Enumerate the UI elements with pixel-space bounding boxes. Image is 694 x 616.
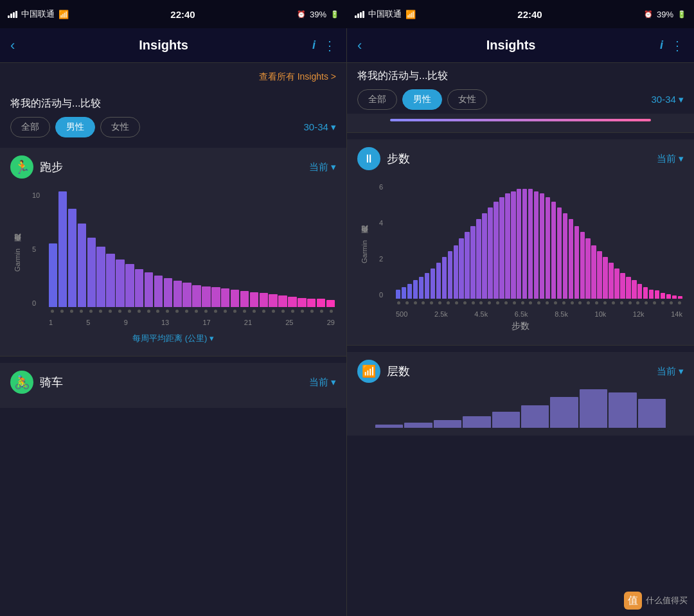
more-button-left[interactable]: ⋮	[323, 38, 336, 53]
status-bar-left: 中国联通 📶 22:40 ⏰ 39% 🔋	[0, 0, 347, 28]
steps-bar	[402, 287, 406, 299]
steps-bar	[499, 197, 504, 299]
run-bar	[250, 292, 258, 307]
run-bar	[240, 291, 249, 307]
run-x-title[interactable]: 每周平均距离 (公里) ▾	[10, 329, 336, 348]
steps-activity-card: ⏸ 步数 当前 ▾ Garmin 用户百分比 0 2 4 6	[347, 139, 694, 345]
run-bar	[202, 286, 210, 307]
floors-preview	[357, 389, 684, 428]
bike-activity-card: 🚴 骑车 当前 ▾	[0, 363, 346, 408]
run-bar	[78, 224, 86, 307]
run-bar	[182, 283, 191, 307]
time-left: 22:40	[170, 9, 195, 20]
run-header: 🏃 跑步 当前 ▾	[10, 155, 336, 179]
floors-icon: 📶	[357, 360, 380, 383]
run-bar	[145, 272, 153, 307]
compare-section-right: 将我的活动与...比较 全部 男性 女性 30-34 ▾	[347, 63, 694, 114]
more-button-right[interactable]: ⋮	[671, 38, 684, 53]
steps-bar	[413, 280, 418, 299]
steps-bar	[574, 226, 579, 299]
wifi-icon: 📶	[58, 10, 69, 19]
time-right: 22:40	[517, 9, 542, 20]
steps-bar	[488, 207, 492, 299]
bike-current-select[interactable]: 当前 ▾	[309, 376, 336, 389]
info-button-left[interactable]: i	[312, 39, 316, 52]
run-bar	[260, 293, 268, 307]
see-all-bar: 查看所有 Insights >	[0, 63, 346, 91]
steps-bar	[643, 287, 648, 299]
floors-preview-bar	[638, 399, 666, 428]
filter-all-left[interactable]: 全部	[10, 117, 50, 137]
floors-preview-bar	[550, 397, 578, 428]
run-activity-card: 🏃 跑步 当前 ▾ Garmin 用户百分比 0 5 10	[0, 148, 346, 356]
steps-bar	[396, 290, 400, 299]
run-bar	[135, 269, 143, 307]
left-panel: 中国联通 📶 22:40 ⏰ 39% 🔋 ‹ Insights i ⋮ 查看所有…	[0, 0, 347, 616]
compare-title-left: 将我的活动与...比较	[10, 97, 336, 110]
divider-right	[347, 345, 694, 346]
filter-all-right[interactable]: 全部	[357, 89, 397, 110]
steps-bar	[569, 219, 573, 299]
watermark-icon: 值	[624, 592, 642, 610]
nav-actions-left: i ⋮	[312, 38, 336, 53]
steps-bar	[551, 202, 556, 299]
steps-bar	[522, 189, 527, 299]
run-bar	[96, 247, 105, 307]
run-bars	[48, 191, 336, 307]
filter-male-right[interactable]: 男性	[402, 89, 442, 110]
steps-bar	[626, 277, 630, 299]
steps-bar	[528, 189, 533, 299]
age-select-left[interactable]: 30-34 ▾	[303, 121, 336, 133]
run-bar	[211, 287, 220, 307]
see-all-link[interactable]: 查看所有 Insights >	[259, 71, 336, 82]
filter-row-right: 全部 男性 女性 30-34 ▾	[357, 89, 684, 110]
content-left: 查看所有 Insights > 将我的活动与...比较 全部 男性 女性 30-…	[0, 63, 346, 616]
page-title-right: Insights	[486, 38, 536, 53]
floors-current-select[interactable]: 当前 ▾	[657, 365, 684, 378]
run-current-select[interactable]: 当前 ▾	[309, 161, 336, 173]
battery-percent: 39%	[310, 10, 326, 19]
steps-title: 步数	[387, 151, 410, 166]
steps-x-dots	[395, 300, 684, 305]
run-bar	[288, 297, 296, 307]
steps-chart: Garmin 用户百分比 0 2 4 6 500 2.5k 4.5k 6.5k	[357, 177, 684, 318]
steps-current-select[interactable]: 当前 ▾	[657, 153, 684, 165]
bike-icon: 🚴	[10, 371, 33, 394]
filter-female-left[interactable]: 女性	[100, 117, 140, 137]
back-button-left[interactable]: ‹	[10, 37, 15, 54]
page-title-left: Insights	[139, 38, 188, 53]
run-bar	[125, 264, 134, 307]
run-bar	[49, 243, 57, 307]
run-bar	[68, 209, 76, 307]
floors-title: 层数	[387, 364, 410, 379]
run-chart: Garmin 用户百分比 0 5 10 1 5 9	[10, 185, 336, 326]
right-status-right: ⏰ 39% 🔋	[644, 10, 686, 19]
floors-header: 📶 层数 当前 ▾	[357, 360, 684, 383]
nav-actions-right: i ⋮	[660, 38, 684, 53]
run-bar	[269, 294, 277, 307]
steps-bar	[448, 251, 452, 299]
back-button-right[interactable]: ‹	[357, 37, 362, 54]
carrier-name-right: 中国联通	[368, 8, 402, 20]
info-button-right[interactable]: i	[660, 39, 663, 52]
steps-x-labels: 500 2.5k 4.5k 6.5k 8.5k 10k 12k 14k	[395, 310, 684, 318]
compare-section-left: 将我的活动与...比较 全部 男性 女性 30-34 ▾	[0, 91, 346, 141]
steps-bar	[603, 257, 607, 299]
right-panel: 中国联通 📶 22:40 ⏰ 39% 🔋 ‹ Insights i ⋮ 将我的活…	[347, 0, 694, 616]
run-bar	[164, 278, 172, 307]
steps-bar	[517, 189, 521, 299]
steps-bar	[454, 245, 458, 299]
filter-male-left[interactable]: 男性	[55, 117, 95, 137]
steps-bar	[436, 263, 441, 299]
carrier-info: 中国联通 📶	[8, 8, 69, 20]
carrier-name: 中国联通	[21, 8, 55, 20]
bike-title: 骑车	[40, 374, 63, 390]
floors-preview-bar	[521, 405, 549, 428]
run-bar	[231, 290, 239, 307]
age-select-right[interactable]: 30-34 ▾	[651, 94, 684, 105]
watermark: 值 什么值得买	[624, 592, 688, 610]
run-bar	[192, 285, 200, 307]
filter-female-right[interactable]: 女性	[447, 89, 487, 110]
steps-bar	[407, 284, 412, 299]
partially-visible-section	[347, 114, 694, 133]
